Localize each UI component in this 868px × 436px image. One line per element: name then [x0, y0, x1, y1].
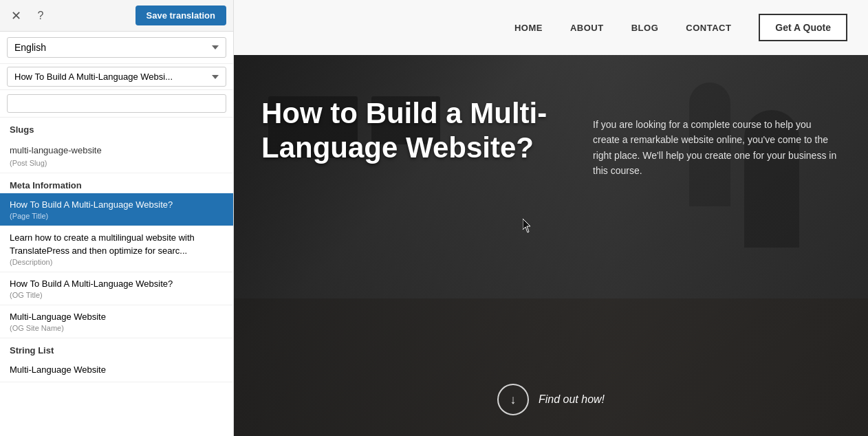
list-item[interactable]: Learn how to create a multilingual websi…: [0, 226, 233, 272]
search-wrap: [0, 90, 233, 118]
slug-subtitle: (Post Slug): [10, 159, 224, 167]
nav-contact[interactable]: CONTACT: [686, 23, 731, 33]
list-item[interactable]: Multi-Language Website: [0, 358, 233, 382]
meta-og-title: How To Build A Multi-Language Website?: [10, 278, 224, 290]
help-button[interactable]: ?: [32, 7, 50, 25]
nav-get-quote-button[interactable]: Get A Quote: [759, 14, 847, 41]
post-select[interactable]: How To Build A Multi-Language Websi...: [7, 67, 226, 87]
find-out-text: Find out how!: [539, 393, 605, 406]
right-panel: HOME ABOUT BLOG CONTACT Get A Quote How …: [234, 0, 868, 436]
search-input[interactable]: [7, 94, 226, 113]
list-item[interactable]: multi-language-website (Post Slug): [0, 138, 233, 173]
string-list-section-header: String List: [0, 338, 233, 358]
nav-blog[interactable]: BLOG: [631, 23, 659, 33]
toolbar: ✕ ? Save translation: [0, 0, 233, 32]
slug-value: multi-language-website: [10, 143, 224, 158]
string-list-item-1: Multi-Language Website: [10, 364, 224, 376]
close-icon: ✕: [11, 8, 21, 23]
meta-og-site-name-label: (OG Site Name): [10, 324, 224, 332]
hero-left: How to Build a Multi-Language Website?: [261, 96, 593, 166]
hero-right: If you are looking for a complete course…: [593, 96, 840, 179]
hero-bottom: ↓ Find out how!: [234, 384, 868, 415]
meta-section-header: Meta Information: [0, 173, 233, 193]
list-area: Slugs multi-language-website (Post Slug)…: [0, 118, 233, 436]
meta-description: Learn how to create a multilingual websi…: [10, 232, 224, 257]
save-translation-button[interactable]: Save translation: [135, 6, 226, 25]
nav-about[interactable]: ABOUT: [570, 23, 604, 33]
left-panel: ✕ ? Save translation English French Span…: [0, 0, 234, 436]
scroll-down-button[interactable]: ↓: [497, 384, 529, 415]
hero-title: How to Build a Multi-Language Website?: [261, 96, 592, 166]
site-nav: HOME ABOUT BLOG CONTACT Get A Quote: [234, 0, 868, 55]
nav-home[interactable]: HOME: [514, 23, 543, 33]
list-item[interactable]: Multi-Language Website (OG Site Name): [0, 305, 233, 338]
language-select-wrap: English French Spanish German: [0, 32, 233, 64]
list-item[interactable]: How To Build A Multi-Language Website? (…: [0, 272, 233, 305]
meta-page-title-label: (Page Title): [10, 212, 224, 220]
meta-og-title-label: (OG Title): [10, 291, 224, 299]
post-select-wrap: How To Build A Multi-Language Websi...: [0, 64, 233, 90]
meta-page-title: How To Build A Multi-Language Website?: [10, 199, 224, 211]
slugs-section-header: Slugs: [0, 118, 233, 138]
site-preview: HOME ABOUT BLOG CONTACT Get A Quote How …: [234, 0, 868, 436]
meta-og-site-name: Multi-Language Website: [10, 311, 224, 323]
hero-content: How to Build a Multi-Language Website? I…: [234, 55, 868, 436]
hero-description: If you are looking for a complete course…: [593, 117, 840, 179]
help-icon: ?: [38, 10, 44, 22]
arrow-down-icon: ↓: [510, 393, 516, 407]
list-item[interactable]: How To Build A Multi-Language Website? (…: [0, 193, 233, 226]
close-button[interactable]: ✕: [7, 7, 25, 25]
language-select[interactable]: English French Spanish German: [7, 37, 226, 58]
meta-description-label: (Description): [10, 258, 224, 266]
